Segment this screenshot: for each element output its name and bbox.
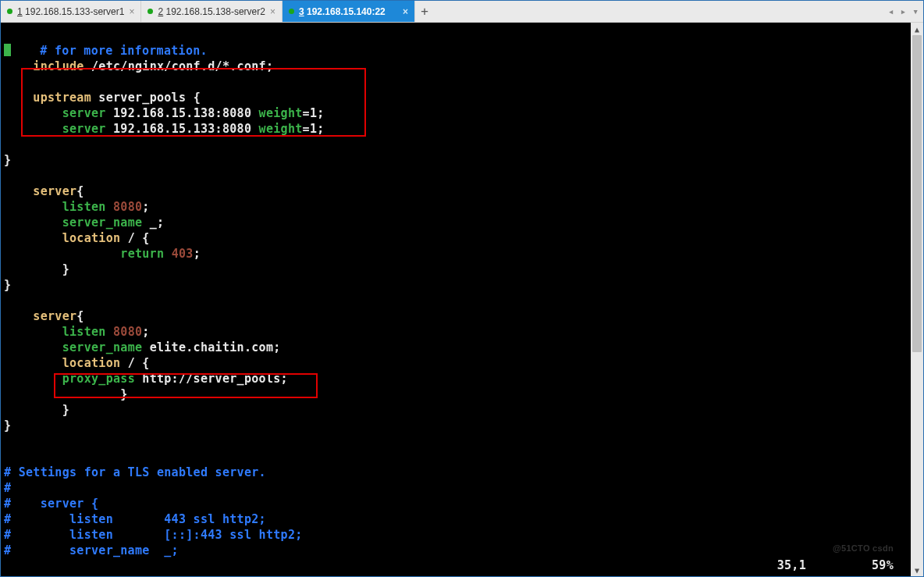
tab-bar: 1 192.168.15.133-server1 × 2 192.168.15.… (1, 1, 923, 23)
tab-nav-arrows[interactable]: ◂ ▸ ▾ (883, 1, 923, 22)
scroll-down-icon[interactable]: ▼ (911, 564, 923, 576)
code-comment: # server_name _; (4, 543, 179, 557)
kw-server: server (62, 106, 106, 120)
kw-proxy-pass: proxy_pass (62, 372, 135, 386)
code-comment: # listen 443 ssl http2; (4, 512, 266, 526)
status-dot-icon (7, 9, 12, 14)
kw-server-block: server (33, 184, 76, 198)
watermark-text: @51CTO csdn (833, 540, 894, 556)
kw-include: include (33, 59, 84, 73)
tab-server1[interactable]: 1 192.168.15.133-server1 × (1, 1, 141, 22)
kw-server: server (62, 122, 106, 136)
cursor-position: 35,1 (777, 558, 806, 572)
scroll-thumb[interactable] (912, 35, 922, 352)
terminal-wrap: # for more information. include /etc/ngi… (1, 23, 923, 576)
scroll-track[interactable] (911, 35, 923, 564)
code-comment: # for more information. (11, 44, 208, 58)
scrollbar[interactable]: ▲ ▼ (911, 23, 923, 576)
close-icon[interactable]: × (403, 6, 408, 17)
code-comment: # server { (4, 497, 98, 511)
tab-active[interactable]: 3 192.168.15.140:22 × (283, 1, 415, 22)
status-dot-icon (289, 9, 294, 14)
tab-label: 192.168.15.138-server2 (166, 6, 265, 17)
terminal[interactable]: # for more information. include /etc/ngi… (1, 23, 911, 576)
tab-number: 1 (17, 6, 23, 17)
status-dot-icon (147, 9, 153, 14)
tab-server2[interactable]: 2 192.168.15.138-server2 × (141, 1, 282, 22)
kw-upstream: upstream (33, 91, 91, 105)
tab-label: 192.168.15.140:22 (307, 6, 386, 17)
tab-label: 192.168.15.133-server1 (25, 6, 124, 17)
kw-location: location (62, 231, 121, 245)
kw-server-name: server_name (62, 215, 143, 230)
kw-server-block: server (33, 309, 76, 323)
kw-return: return (120, 247, 164, 261)
new-tab-button[interactable]: + (415, 1, 434, 22)
cursor (4, 44, 11, 56)
close-icon[interactable]: × (270, 6, 275, 17)
tab-number: 2 (158, 6, 163, 17)
tab-number: 3 (299, 6, 304, 17)
code-comment: # listen [::]:443 ssl http2; (4, 528, 303, 542)
kw-server-name: server_name (62, 340, 143, 354)
kw-listen: listen (62, 325, 106, 339)
code-comment: # Settings for a TLS enabled server. (4, 465, 266, 479)
vim-status-line: 35,1 59% (777, 557, 894, 573)
kw-listen: listen (62, 200, 106, 214)
scroll-up-icon[interactable]: ▲ (911, 23, 923, 35)
scroll-percent: 59% (872, 558, 894, 572)
code-comment: # (4, 481, 11, 495)
close-icon[interactable]: × (129, 6, 134, 17)
app-window: 1 192.168.15.133-server1 × 2 192.168.15.… (0, 0, 924, 577)
kw-location: location (62, 356, 121, 370)
